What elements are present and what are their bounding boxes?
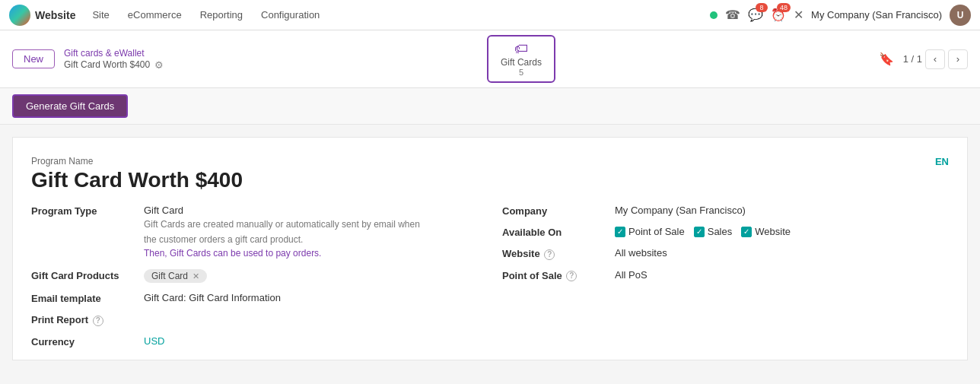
website-checkbox[interactable]: ✓: [741, 227, 752, 237]
messages-icon[interactable]: 💬 8: [748, 8, 763, 22]
available-on-row: Available On ✓ Point of Sale ✓ Sales ✓ W: [502, 226, 949, 238]
pos-value: All PoS: [615, 269, 949, 281]
check-pos[interactable]: ✓ Point of Sale: [615, 226, 685, 237]
print-report-row: Print Report ?: [31, 313, 478, 326]
program-name-value: Gift Card Worth $400: [31, 168, 243, 192]
smart-button-label: Gift Cards: [501, 57, 542, 68]
gift-cards-smart-button[interactable]: 🏷 Gift Cards 5: [487, 35, 555, 83]
pager-prev[interactable]: ‹: [925, 49, 945, 69]
gear-icon[interactable]: ⚙: [154, 59, 164, 71]
form-grid: Program Type Gift Card Gift Cards are cr…: [31, 205, 949, 348]
currency-value[interactable]: USD: [144, 335, 478, 347]
gift-card-products-label: Gift Card Products: [31, 269, 138, 281]
email-template-label: Email template: [31, 292, 138, 304]
toolbar: New Gift cards & eWallet Gift Card Worth…: [0, 30, 980, 88]
breadcrumb: Gift cards & eWallet Gift Card Worth $40…: [64, 48, 164, 71]
tag-icon: 🏷: [514, 41, 528, 57]
website-help-icon[interactable]: ?: [544, 249, 555, 260]
smart-button-count: 5: [519, 68, 523, 77]
action-row: Generate Gift Cards: [0, 88, 980, 125]
smart-buttons-area: 🏷 Gift Cards 5: [487, 35, 555, 83]
available-on-label: Available On: [502, 226, 609, 238]
company-label: Company: [502, 205, 609, 217]
print-report-label: Print Report ?: [31, 313, 138, 326]
company-name[interactable]: My Company (San Francisco): [811, 9, 942, 21]
messages-badge: 8: [756, 3, 768, 12]
user-avatar[interactable]: U: [950, 5, 971, 26]
settings-icon[interactable]: ✕: [794, 8, 803, 22]
program-name-label: Program Name: [31, 156, 243, 167]
pos-help-icon[interactable]: ?: [566, 271, 577, 281]
program-type-row: Program Type Gift Card Gift Cards are cr…: [31, 205, 478, 260]
bookmark-icon[interactable]: 🔖: [879, 52, 894, 66]
status-indicator: [710, 11, 718, 19]
activity-badge: 48: [777, 3, 791, 12]
pager-next[interactable]: ›: [948, 49, 968, 69]
print-report-help-icon[interactable]: ?: [93, 316, 103, 326]
program-type-desc2: the customer orders a gift card product.: [144, 233, 478, 246]
company-row: Company My Company (San Francisco): [502, 205, 949, 217]
tag-remove-icon[interactable]: ✕: [192, 271, 199, 281]
website-value: All websites: [615, 247, 949, 259]
program-type-desc1: Gift Cards are created manually or autom…: [144, 217, 478, 231]
pos-label: Point of Sale ?: [502, 269, 609, 282]
program-type-label: Program Type: [31, 205, 138, 217]
program-type-value: Gift Card Gift Cards are created manuall…: [144, 205, 478, 260]
pager-text: 1 / 1: [903, 53, 922, 65]
currency-row: Currency USD: [31, 335, 478, 348]
pager: 1 / 1 ‹ ›: [903, 49, 968, 69]
gift-card-tag[interactable]: Gift Card ✕: [144, 269, 207, 283]
gift-card-products-value: Gift Card ✕: [144, 269, 478, 283]
form-right: Company My Company (San Francisco) Avail…: [502, 205, 949, 348]
menu-site[interactable]: Site: [84, 6, 116, 24]
gift-card-products-row: Gift Card Products Gift Card ✕: [31, 269, 478, 283]
language-badge[interactable]: EN: [935, 156, 949, 167]
website-row: Website ? All websites: [502, 247, 949, 260]
menu-ecommerce[interactable]: eCommerce: [120, 6, 189, 24]
point-of-sale-row: Point of Sale ? All PoS: [502, 269, 949, 282]
breadcrumb-parent[interactable]: Gift cards & eWallet: [64, 48, 164, 59]
email-template-value: Gift Card: Gift Card Information: [144, 292, 478, 303]
check-website[interactable]: ✓ Website: [741, 226, 791, 237]
program-type-desc3: Then, Gift Cards can be used to pay orde…: [144, 246, 478, 260]
company-value: My Company (San Francisco): [615, 205, 949, 216]
topnav-right: ☎ 💬 8 ⏰ 48 ✕ My Company (San Francisco) …: [710, 5, 971, 26]
app-name: Website: [35, 9, 75, 21]
activity-icon[interactable]: ⏰ 48: [771, 8, 786, 22]
sales-checkbox[interactable]: ✓: [694, 227, 705, 237]
main-form: Program Name Gift Card Worth $400 EN Pro…: [12, 137, 968, 360]
available-on-checkboxes: ✓ Point of Sale ✓ Sales ✓ Website: [615, 226, 949, 237]
logo-icon: [9, 5, 30, 26]
check-sales[interactable]: ✓ Sales: [694, 226, 733, 237]
email-template-row: Email template Gift Card: Gift Card Info…: [31, 292, 478, 304]
menu-reporting[interactable]: Reporting: [192, 6, 250, 24]
pos-checkbox[interactable]: ✓: [615, 227, 625, 237]
form-left: Program Type Gift Card Gift Cards are cr…: [31, 205, 478, 348]
menu-configuration[interactable]: Configuration: [253, 6, 327, 24]
content-area: Program Name Gift Card Worth $400 EN Pro…: [0, 125, 980, 384]
top-navigation: Website Site eCommerce Reporting Configu…: [0, 0, 980, 30]
new-button[interactable]: New: [12, 49, 55, 68]
currency-label: Currency: [31, 335, 138, 348]
app-logo[interactable]: Website: [9, 5, 75, 26]
breadcrumb-current-label: Gift Card Worth $400: [64, 59, 150, 70]
website-label: Website ?: [502, 247, 609, 260]
breadcrumb-current: Gift Card Worth $400 ⚙: [64, 59, 164, 71]
generate-gift-cards-button[interactable]: Generate Gift Cards: [12, 94, 128, 118]
phone-icon[interactable]: ☎: [725, 8, 740, 22]
